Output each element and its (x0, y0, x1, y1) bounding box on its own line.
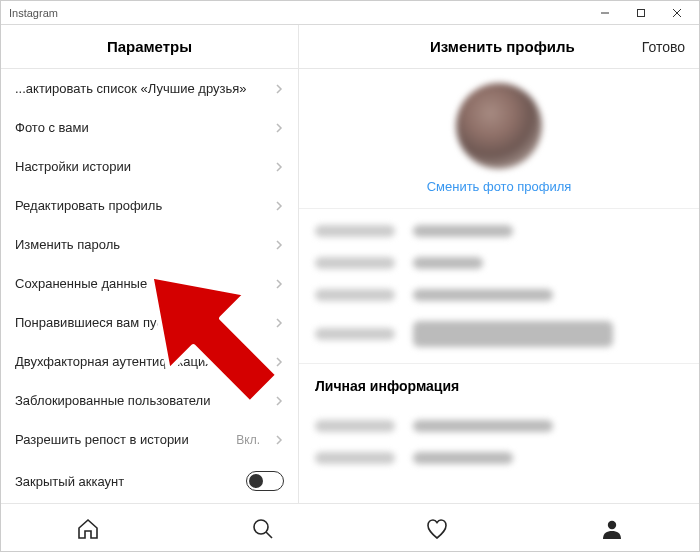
window-minimize-button[interactable] (587, 1, 623, 25)
sidebar-item-label: Закрытый аккаунт (15, 474, 124, 489)
nav-home[interactable] (1, 504, 176, 552)
settings-list: ...актировать список «Лучшие друзья» Фот… (1, 69, 298, 503)
profile-fields (299, 209, 699, 364)
sidebar-item-photos-of-you[interactable]: Фото с вами (1, 108, 298, 147)
field-value-blurred (413, 225, 513, 237)
sidebar-item-change-password[interactable]: Изменить пароль (1, 225, 298, 264)
svg-point-6 (608, 520, 616, 528)
field-value-blurred (413, 452, 513, 464)
nav-activity[interactable] (350, 504, 525, 552)
field-bio[interactable] (299, 311, 699, 357)
avatar (456, 83, 542, 169)
home-icon (76, 517, 100, 541)
window-titlebar: Instagram (1, 1, 699, 25)
chevron-right-icon (274, 162, 284, 172)
settings-sidebar: Параметры ...актировать список «Лучшие д… (1, 25, 299, 503)
sidebar-item-value: Вкл. (236, 433, 260, 447)
main-header: Изменить профиль Готово (299, 25, 699, 69)
sidebar-item-label: Настройки истории (15, 159, 131, 174)
profile-icon (600, 517, 624, 541)
sidebar-item-label: Изменить пароль (15, 237, 120, 252)
sidebar-title: Параметры (1, 25, 298, 69)
chevron-right-icon (274, 357, 284, 367)
field-phone[interactable] (299, 442, 699, 474)
change-photo-link[interactable]: Сменить фото профиля (427, 179, 572, 194)
sidebar-item-edit-profile[interactable]: Редактировать профиль (1, 186, 298, 225)
field-value-blurred (413, 257, 483, 269)
field-label-blurred (315, 328, 395, 340)
sidebar-item-label: Двухфакторная аутентификация (15, 354, 212, 369)
field-label-blurred (315, 257, 395, 269)
window-maximize-button[interactable] (623, 1, 659, 25)
search-icon (251, 517, 275, 541)
sidebar-item-label: Сохраненные данные (15, 276, 147, 291)
chevron-right-icon (274, 123, 284, 133)
nav-search[interactable] (176, 504, 351, 552)
sidebar-item-private-account[interactable]: Закрытый аккаунт (1, 459, 298, 503)
sidebar-item-close-friends[interactable]: ...актировать список «Лучшие друзья» (1, 69, 298, 108)
chevron-right-icon (274, 318, 284, 328)
field-value-blurred (413, 420, 553, 432)
main-panel: Изменить профиль Готово Сменить фото про… (299, 25, 699, 503)
sidebar-item-allow-repost[interactable]: Разрешить репост в истории Вкл. (1, 420, 298, 459)
nav-profile[interactable] (525, 504, 700, 552)
sidebar-item-liked-posts[interactable]: Понравившиеся вам публикации (1, 303, 298, 342)
field-label-blurred (315, 289, 395, 301)
svg-line-5 (266, 532, 272, 538)
heart-icon (425, 517, 449, 541)
sidebar-item-blocked-users[interactable]: Заблокированные пользователи (1, 381, 298, 420)
bottom-nav (1, 503, 699, 552)
chevron-right-icon (274, 435, 284, 445)
sidebar-item-story-settings[interactable]: Настройки истории (1, 147, 298, 186)
sidebar-item-label: Заблокированные пользователи (15, 393, 210, 408)
profile-photo-section: Сменить фото профиля (299, 69, 699, 209)
toggle-switch[interactable] (246, 471, 284, 491)
sidebar-item-label: Фото с вами (15, 120, 89, 135)
field-email[interactable] (299, 410, 699, 442)
sidebar-item-label: Редактировать профиль (15, 198, 162, 213)
sidebar-item-label: ...актировать список «Лучшие друзья» (15, 81, 246, 96)
field-name[interactable] (299, 215, 699, 247)
svg-rect-1 (638, 9, 645, 16)
field-value-blurred (413, 289, 553, 301)
sidebar-item-label: Разрешить репост в истории (15, 432, 189, 447)
field-label-blurred (315, 452, 395, 464)
svg-point-4 (254, 520, 268, 534)
page-title: Изменить профиль (363, 38, 642, 55)
window-title: Instagram (9, 7, 587, 19)
field-label-blurred (315, 420, 395, 432)
chevron-right-icon (274, 84, 284, 94)
field-value-blurred (413, 321, 613, 347)
done-button[interactable]: Готово (642, 39, 685, 55)
sidebar-item-label: Понравившиеся вам публикации (15, 315, 213, 330)
chevron-right-icon (274, 396, 284, 406)
chevron-right-icon (274, 279, 284, 289)
sidebar-item-two-factor[interactable]: Двухфакторная аутентификация (1, 342, 298, 381)
field-username[interactable] (299, 247, 699, 279)
sidebar-item-saved-data[interactable]: Сохраненные данные (1, 264, 298, 303)
chevron-right-icon (274, 240, 284, 250)
window-close-button[interactable] (659, 1, 695, 25)
chevron-right-icon (274, 201, 284, 211)
section-personal-info: Личная информация (299, 364, 699, 404)
personal-fields (299, 404, 699, 480)
field-label-blurred (315, 225, 395, 237)
field-website[interactable] (299, 279, 699, 311)
